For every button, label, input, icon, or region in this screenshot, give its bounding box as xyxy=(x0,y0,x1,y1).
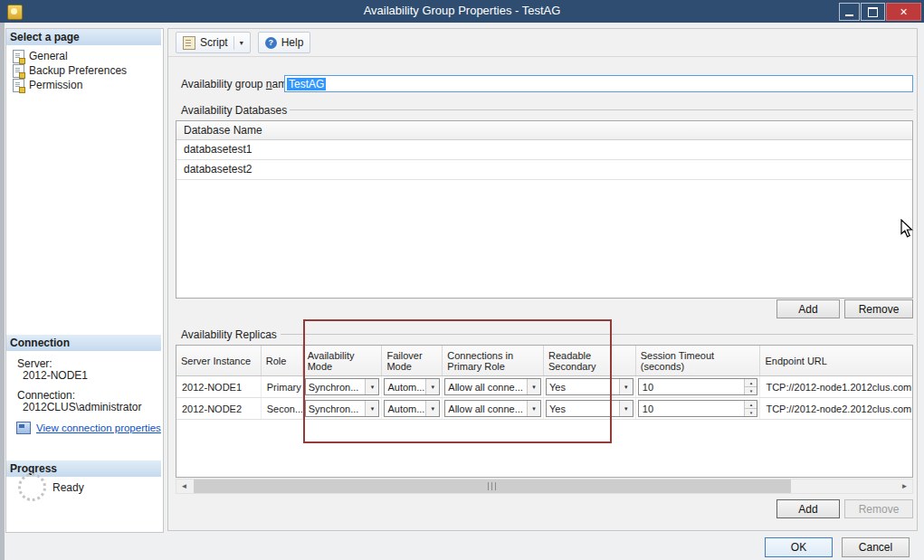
general-page-icon xyxy=(13,50,24,63)
column-header-failover-mode[interactable]: Failover Mode xyxy=(382,346,443,375)
close-icon: × xyxy=(900,5,907,18)
databases-remove-button[interactable]: Remove xyxy=(844,299,913,318)
close-button[interactable]: × xyxy=(886,3,921,21)
view-connection-properties-row: View connection properties xyxy=(16,422,161,434)
availability-databases-table: Database Name databasetest1 databasetest… xyxy=(176,120,913,299)
select-a-page-header: Select a page xyxy=(6,29,161,45)
sidebar: Select a page General Backup Preferences… xyxy=(5,28,164,533)
replicas-horizontal-scrollbar[interactable]: ◄ ► xyxy=(176,479,913,494)
spinner-buttons: ▴ ▾ xyxy=(744,379,757,394)
connections-in-primary-role-cell: Allow all conne... ▾ xyxy=(443,398,544,419)
dropdown-arrow-icon[interactable]: ▾ xyxy=(527,379,540,394)
connections-in-primary-role-dropdown[interactable]: Allow all conne... ▾ xyxy=(444,378,541,395)
script-dropdown-arrow-icon[interactable]: ▾ xyxy=(240,39,243,47)
spin-up-icon[interactable]: ▴ xyxy=(745,401,757,409)
connections-in-primary-role-dropdown[interactable]: Allow all conne... ▾ xyxy=(444,400,541,417)
server-value: 2012-NODE1 xyxy=(23,369,88,382)
connection-header: Connection xyxy=(6,335,161,351)
endpoint-url-value: TCP://2012-node1.2012clus.com xyxy=(766,382,911,393)
endpoint-url-cell: TCP://2012-node1.2012clus.com xyxy=(760,376,912,397)
dropdown-arrow-icon[interactable]: ▾ xyxy=(425,401,439,416)
group-name-value: TestAG xyxy=(287,78,326,90)
titlebar[interactable]: Availability Group Properties - TestAG × xyxy=(0,0,924,23)
spin-up-icon[interactable]: ▴ xyxy=(745,379,757,387)
script-button-label: Script xyxy=(200,36,228,49)
minimize-button[interactable] xyxy=(839,3,860,21)
help-icon: ? xyxy=(265,37,277,49)
session-timeout-cell: 10 ▴ ▾ xyxy=(636,376,761,397)
session-timeout-value: 10 xyxy=(639,379,745,394)
server-instance-cell: 2012-NODE1 xyxy=(176,376,262,397)
failover-mode-dropdown[interactable]: Autom... ▾ xyxy=(384,400,440,417)
replicas-remove-button[interactable]: Remove xyxy=(844,499,913,518)
column-header-role[interactable]: Role xyxy=(262,346,303,375)
scroll-right-icon[interactable]: ► xyxy=(897,479,912,493)
sidebar-item-label: General xyxy=(29,50,68,62)
readable-secondary-cell: Yes ▾ xyxy=(544,376,636,397)
availability-replicas-label: Availability Replicas xyxy=(181,328,277,341)
column-header-endpoint-url[interactable]: Endpoint URL xyxy=(760,346,912,375)
spin-down-icon[interactable]: ▾ xyxy=(745,387,757,394)
scrollbar-track[interactable] xyxy=(192,479,897,493)
replica-row-node2[interactable]: 2012-NODE2 Secon... Synchron... ▾ Autom.… xyxy=(176,398,912,420)
help-button[interactable]: ? Help xyxy=(258,32,311,53)
failover-mode-dropdown[interactable]: Autom... ▾ xyxy=(384,378,440,395)
column-header-availability-mode[interactable]: Availability Mode xyxy=(303,346,383,375)
database-name-column-header[interactable]: Database Name xyxy=(176,121,912,140)
databases-add-button[interactable]: Add xyxy=(776,299,840,318)
dropdown-arrow-icon[interactable]: ▾ xyxy=(527,401,540,416)
toolbar: Script ▾ ? Help xyxy=(168,29,917,57)
server-instance-value: 2012-NODE1 xyxy=(182,382,242,393)
replicas-add-button[interactable]: Add xyxy=(776,499,840,518)
spin-down-icon[interactable]: ▾ xyxy=(745,409,757,416)
dropdown-arrow-glyph: ▾ xyxy=(624,384,628,391)
maximize-button[interactable] xyxy=(861,3,885,21)
database-row[interactable]: databasetest2 xyxy=(176,160,912,180)
column-header-readable-secondary[interactable]: Readable Secondary xyxy=(544,346,636,375)
dropdown-arrow-icon[interactable]: ▾ xyxy=(425,379,439,394)
databases-section-divider xyxy=(290,109,913,110)
scroll-left-icon[interactable]: ◄ xyxy=(176,479,192,493)
dropdown-arrow-icon[interactable]: ▾ xyxy=(365,379,378,394)
group-name-input[interactable]: TestAG xyxy=(284,75,913,92)
sidebar-item-general[interactable]: General xyxy=(13,49,68,63)
failover-mode-value: Autom... xyxy=(385,379,425,394)
database-row[interactable]: databasetest1 xyxy=(176,140,912,160)
column-header-connections-in-primary-role[interactable]: Connections in Primary Role xyxy=(443,346,544,375)
replica-row-node1[interactable]: 2012-NODE1 Primary Synchron... ▾ Autom..… xyxy=(176,376,912,398)
script-button[interactable]: Script ▾ xyxy=(176,32,251,53)
permission-page-icon xyxy=(13,79,24,92)
readable-secondary-dropdown[interactable]: Yes ▾ xyxy=(546,400,633,417)
sidebar-item-permission[interactable]: Permission xyxy=(13,78,82,92)
column-header-server-instance[interactable]: Server Instance xyxy=(176,346,262,375)
replicas-section-divider xyxy=(281,334,913,335)
progress-spinner-icon xyxy=(18,473,46,501)
cancel-button[interactable]: Cancel xyxy=(842,537,910,557)
availability-mode-dropdown[interactable]: Synchron... ▾ xyxy=(305,378,380,395)
session-timeout-spinner[interactable]: 10 ▴ ▾ xyxy=(638,378,758,395)
server-label: Server: xyxy=(17,357,52,370)
connection-label: Connection: xyxy=(17,389,75,402)
view-connection-properties-link[interactable]: View connection properties xyxy=(36,422,161,433)
ok-button[interactable]: OK xyxy=(765,537,833,557)
dropdown-arrow-glyph: ▾ xyxy=(371,405,375,413)
availability-mode-dropdown[interactable]: Synchron... ▾ xyxy=(305,400,380,417)
scrollbar-thumb[interactable] xyxy=(194,479,791,493)
availability-group-properties-dialog: Availability Group Properties - TestAG ×… xyxy=(0,0,924,560)
session-timeout-spinner[interactable]: 10 ▴ ▾ xyxy=(638,400,758,417)
readable-secondary-dropdown[interactable]: Yes ▾ xyxy=(546,378,633,395)
dropdown-arrow-icon[interactable]: ▾ xyxy=(365,401,378,416)
endpoint-url-cell: TCP://2012-node2.2012clus.com xyxy=(760,398,912,419)
connections-value: Allow all conne... xyxy=(445,379,527,394)
server-instance-cell: 2012-NODE2 xyxy=(176,398,262,419)
column-header-session-timeout[interactable]: Session Timeout (seconds) xyxy=(636,346,761,375)
role-value: Primary xyxy=(267,382,301,393)
sidebar-item-backup-preferences[interactable]: Backup Preferences xyxy=(13,63,127,78)
failover-mode-cell: Autom... ▾ xyxy=(382,398,443,419)
dropdown-arrow-icon[interactable]: ▾ xyxy=(619,401,633,416)
connections-in-primary-role-cell: Allow all conne... ▾ xyxy=(443,376,544,397)
role-cell: Secon... xyxy=(262,398,303,419)
role-value: Secon... xyxy=(267,403,303,414)
dropdown-arrow-icon[interactable]: ▾ xyxy=(619,379,633,394)
group-name-label: Availability group name: xyxy=(181,78,296,90)
